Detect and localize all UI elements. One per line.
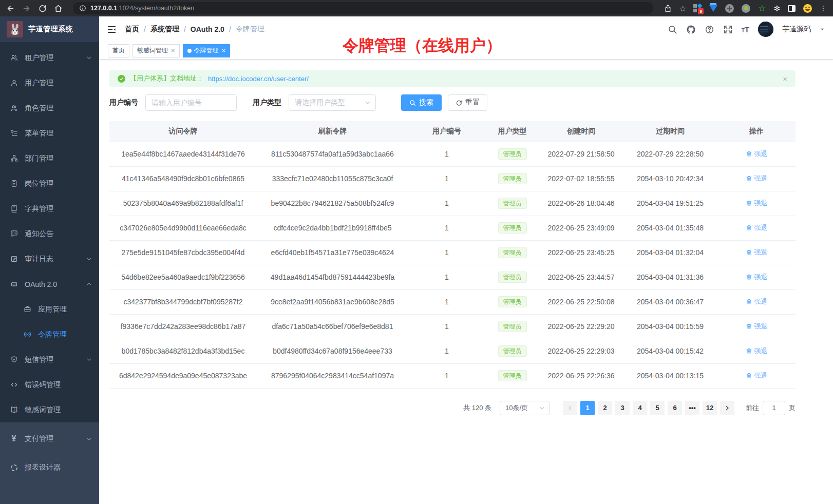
browser-forward-icon[interactable] xyxy=(22,4,31,13)
recorder-extension-icon[interactable] xyxy=(742,4,750,13)
font-size-icon[interactable]: TT xyxy=(742,26,749,33)
table-row: 6d842e2924594de9a09e45e087323abe8796295f… xyxy=(109,363,796,388)
browser-back-icon[interactable] xyxy=(6,4,15,13)
sidebar-item-dept[interactable]: 部门管理 xyxy=(0,146,99,171)
tab-close-icon[interactable]: × xyxy=(171,47,175,54)
site-info-icon[interactable] xyxy=(79,5,86,12)
force-logout-button[interactable]: 强退 xyxy=(746,199,768,208)
tab-label: 令牌管理 xyxy=(194,46,219,55)
goto-input[interactable] xyxy=(763,401,785,415)
trash-icon xyxy=(746,175,752,182)
sidebar-item-oauth-app[interactable]: 应用管理 xyxy=(0,297,99,322)
force-logout-label: 强退 xyxy=(754,322,768,331)
user-type-select[interactable]: 请选择用户类型 xyxy=(289,94,376,111)
gem-extension-icon[interactable] xyxy=(709,5,717,12)
cell-created-time: 2022-07-29 21:58:50 xyxy=(539,142,623,166)
breadcrumb-item-1[interactable]: 系统管理 xyxy=(150,25,179,34)
sidebar-item-dict[interactable]: 字典管理 xyxy=(0,196,99,221)
page-button-3[interactable]: 3 xyxy=(615,401,630,415)
cell-user-id: 1 xyxy=(408,314,485,339)
sidebar-item-sms[interactable]: 短信管理 xyxy=(0,347,99,372)
table-row: b0d1785bc3a8482f812db4a3f3bd15ecb0df4980… xyxy=(109,339,796,363)
force-logout-button[interactable]: 强退 xyxy=(746,149,768,159)
tab-close-icon[interactable]: × xyxy=(222,47,226,54)
reset-button[interactable]: 重置 xyxy=(448,94,487,111)
browser-menu-icon[interactable]: ⋮ xyxy=(820,4,827,12)
sidebar-item-pay[interactable]: ¥支付管理 xyxy=(0,424,99,453)
alert-close-icon[interactable]: × xyxy=(783,75,787,83)
page-button-2[interactable]: 2 xyxy=(598,401,612,415)
chevron-down-icon xyxy=(365,100,371,106)
sidebar-item-role[interactable]: 角色管理 xyxy=(0,95,99,121)
page-size-select[interactable]: 10条/页 xyxy=(500,401,550,415)
sidebar-item-user[interactable]: 用户管理 xyxy=(0,70,99,95)
breadcrumb-item-2[interactable]: OAuth 2.0 xyxy=(191,25,224,33)
prev-page-button[interactable] xyxy=(563,401,577,415)
github-icon[interactable] xyxy=(686,25,696,34)
sidebar-item-sensitive[interactable]: 敏感词管理 xyxy=(0,397,99,422)
force-logout-button[interactable]: 强退 xyxy=(746,174,768,183)
sidebar-item-oauth-token[interactable]: 令牌管理 xyxy=(0,322,99,347)
search-button[interactable]: 搜索 xyxy=(401,94,442,111)
success-check-icon xyxy=(118,75,125,83)
fullscreen-icon[interactable] xyxy=(723,25,733,34)
notice-icon xyxy=(10,230,18,238)
sms-icon xyxy=(10,356,18,363)
force-logout-button[interactable]: 强退 xyxy=(746,273,768,282)
share-icon[interactable] xyxy=(664,4,672,13)
user-id-input[interactable] xyxy=(145,94,237,111)
sidebar-item-menu[interactable]: 菜单管理 xyxy=(0,121,99,146)
next-page-button[interactable] xyxy=(720,401,734,415)
trash-icon xyxy=(746,323,752,329)
sidebar-item-notice[interactable]: 通知公告 xyxy=(0,221,99,246)
page-button-1[interactable]: 1 xyxy=(580,401,595,415)
sidebar-item-audit[interactable]: 审计日志 xyxy=(0,246,99,272)
browser-home-icon[interactable] xyxy=(54,4,63,13)
more-pages-button[interactable]: ••• xyxy=(685,401,699,415)
sidebar-item-tenant[interactable]: 租户管理 xyxy=(0,45,99,70)
address-bar[interactable]: 127.0.0.1:1024/system/oauth2/token xyxy=(73,2,653,14)
cell-refresh-token: cdfc4ce9c2da4bb1bdf21b9918ff4be5 xyxy=(257,216,408,240)
green-star-extension-icon[interactable]: ☆ xyxy=(758,4,766,13)
search-icon[interactable] xyxy=(668,25,677,34)
page-button-12[interactable]: 12 xyxy=(703,401,717,415)
cell-actions: 强退 xyxy=(717,314,796,339)
cell-expire-time: 2054-03-04 00:15:59 xyxy=(623,314,717,339)
page-button-6[interactable]: 6 xyxy=(668,401,682,415)
sidebar-collapse-icon[interactable] xyxy=(107,25,117,34)
command-extension-icon[interactable] xyxy=(725,4,734,13)
chevron-down-icon[interactable] xyxy=(820,27,825,32)
force-logout-button[interactable]: 强退 xyxy=(746,223,768,232)
page-button-4[interactable]: 4 xyxy=(633,401,647,415)
force-logout-button[interactable]: 强退 xyxy=(746,297,768,306)
cell-user-type: 管理员 xyxy=(485,363,539,388)
breadcrumb-item-0[interactable]: 首页 xyxy=(125,25,139,34)
user-avatar[interactable] xyxy=(758,22,773,37)
sidebar-item-post[interactable]: 岗位管理 xyxy=(0,171,99,196)
help-icon[interactable] xyxy=(705,25,714,34)
cell-expire-time: 2054-03-10 20:42:34 xyxy=(623,166,717,191)
pinwheel-extension-icon[interactable]: ✻ xyxy=(773,5,780,12)
tab-sensitive-word[interactable]: 敏感词管理× xyxy=(132,44,180,57)
tab-token[interactable]: 令牌管理× xyxy=(183,44,231,57)
force-logout-button[interactable]: 强退 xyxy=(746,346,768,356)
sidepanel-icon[interactable] xyxy=(788,5,796,12)
user-name[interactable]: 芋道源码 xyxy=(782,25,811,34)
sidebar-item-report[interactable]: 报表设计器 xyxy=(0,453,99,482)
sidebar-menu: 租户管理用户管理角色管理菜单管理部门管理岗位管理字典管理通知公告审计日志OAut… xyxy=(0,42,99,422)
bookmark-star-icon[interactable]: ☆ xyxy=(679,5,686,12)
page-button-5[interactable]: 5 xyxy=(650,401,665,415)
force-logout-button[interactable]: 强退 xyxy=(746,371,768,380)
browser-reload-icon[interactable] xyxy=(38,4,47,13)
sidebar-item-oauth[interactable]: OAuth 2.0 xyxy=(0,272,99,297)
app-logo[interactable]: 🐰 芋道管理系统 xyxy=(0,16,99,42)
force-logout-button[interactable]: 强退 xyxy=(746,322,768,331)
cell-created-time: 2022-06-25 22:26:36 xyxy=(539,363,623,388)
cell-user-type: 管理员 xyxy=(485,240,539,265)
sidebar-item-errcode[interactable]: 错误码管理 xyxy=(0,372,99,397)
tab-home[interactable]: 首页 xyxy=(108,44,129,57)
force-logout-button[interactable]: 强退 xyxy=(746,248,768,257)
extension-grid-icon[interactable]: 9 xyxy=(693,4,702,12)
doc-link[interactable]: https://doc.iocoder.cn/user-center/ xyxy=(208,75,309,83)
profile-avatar-icon[interactable] xyxy=(803,4,812,13)
